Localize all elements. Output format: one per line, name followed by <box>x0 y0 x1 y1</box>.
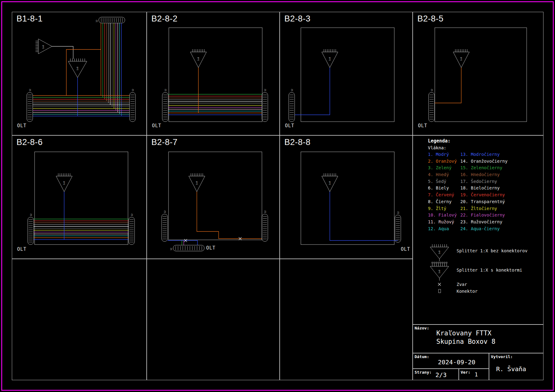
svg-text:12: 12 <box>170 248 173 250</box>
fiber-diagram: 1x812 <box>280 136 412 259</box>
project-title-line1: Kraľovany FTTX <box>436 329 496 338</box>
legend-fiber-item: 3. Zelený <box>428 165 452 170</box>
svg-text:12: 12 <box>131 214 133 216</box>
legend-fiber-item: 21. Žltočierny <box>460 206 497 211</box>
titleblock-strany-cell: Strany: 2/3 <box>413 369 459 380</box>
svg-text:1x8: 1x8 <box>76 67 79 70</box>
svg-text:1x8: 1x8 <box>197 57 200 61</box>
svg-text:1x8: 1x8 <box>329 181 331 185</box>
legend-panel: 1x81x8 Legenda: Vlákna: 1. Modrý13. Modr… <box>413 135 543 324</box>
panel-title: B2-8-2 <box>151 14 178 24</box>
panel-b2-8-3: 1x812 B2-8-3 OLT <box>280 12 413 135</box>
panel-b2-8-5: 1x812 B2-8-5 OLT <box>413 12 543 135</box>
panel-title: B1-8-1 <box>17 14 43 24</box>
legend-fiber-item: 16. Hnedočierny <box>460 172 500 177</box>
legend-fiber-item: 9. Žltý <box>428 206 446 211</box>
legend-fiber-item: 17. Šedočierny <box>460 179 497 184</box>
vytvoril-label: Vytvoril: <box>491 354 513 359</box>
legend-fiber-item: 10. Fialový <box>428 212 457 217</box>
empty-panel-3 <box>280 259 413 380</box>
legend-fiber-item: 12. Aqua <box>428 226 449 231</box>
legend-fiber-row: 8. Čierny20. Transparentný <box>428 199 540 206</box>
legend-fiber-item: 11. Ružový <box>428 219 454 224</box>
svg-text:12: 12 <box>29 89 31 91</box>
svg-text:12: 12 <box>291 89 293 91</box>
strany-label: Strany: <box>415 370 432 375</box>
olt-label: OLT <box>285 123 294 128</box>
project-title: Kraľovany FTTX Skupina Boxov 8 <box>436 329 496 346</box>
panel-title: B2-8-7 <box>151 138 178 147</box>
svg-text:1x8: 1x8 <box>438 270 441 273</box>
fiber-diagram: 1x812 <box>413 12 543 135</box>
svg-text:12: 12 <box>132 89 134 91</box>
olt-label: OLT <box>401 246 410 252</box>
legend-fiber-item: 20. Transparentný <box>460 199 505 204</box>
svg-text:12: 12 <box>264 211 267 213</box>
vytvoril-value: R. Švaňa <box>496 365 526 373</box>
legend-fiber-item: 14. Oranžovočierny <box>460 159 508 164</box>
fiber-diagram: 121x81x81212 <box>12 12 146 135</box>
legend-fiber-item: 13. Modročierny <box>460 152 500 157</box>
svg-text:1x8: 1x8 <box>438 250 441 254</box>
svg-text:12: 12 <box>264 89 267 91</box>
ver-value: 1 <box>475 371 478 378</box>
legend-fiber-item: 6. Biely <box>428 185 449 190</box>
panel-b2-8-6: 1x81212 B2-8-6 OLT <box>12 135 147 259</box>
legend-fiber-item: 22. Fialovočierny <box>460 212 505 217</box>
svg-text:12: 12 <box>164 211 166 213</box>
svg-text:1x8: 1x8 <box>460 57 463 61</box>
svg-text:1x8: 1x8 <box>329 57 331 61</box>
legend-fiber-item: 7. Červený <box>428 192 454 197</box>
empty-panel-1 <box>12 259 147 380</box>
legend-fiber-item: 19. Červenočierny <box>460 192 505 197</box>
fiber-diagram: 1x812 <box>280 12 412 135</box>
svg-text:12: 12 <box>431 89 433 91</box>
legend-fiber-row: 1. Modrý13. Modročierny <box>428 152 540 159</box>
datum-label: Dátum: <box>415 354 429 359</box>
svg-text:12: 12 <box>397 212 400 214</box>
fiber-diagram: 1x81212 <box>147 12 279 135</box>
legend-fiber-row: 11. Ružový23. Ružovočierny <box>428 219 540 226</box>
legend-fiber-item: 23. Ružovočierny <box>460 219 502 224</box>
legend-fiber-item: 4. Hnedý <box>428 172 449 177</box>
svg-text:12: 12 <box>164 89 167 91</box>
olt-label: OLT <box>152 123 161 128</box>
svg-text:1x8: 1x8 <box>63 181 65 185</box>
legend-fiber-item: 8. Čierny <box>428 199 452 204</box>
fiber-diagram: 1x81212 <box>12 136 146 259</box>
legend-fiber-row: 6. Biely18. Bieločierny <box>428 185 540 192</box>
legend-title: Legenda: <box>428 138 450 144</box>
panel-title: B2-8-8 <box>284 138 311 147</box>
svg-text:12: 12 <box>96 20 98 22</box>
legend-fiber-row: 3. Zelený15. Zelenočierny <box>428 165 540 172</box>
panel-title: B2-8-5 <box>417 14 444 24</box>
legend-fiber-list: 1. Modrý13. Modročierny2. Oranžový14. Or… <box>428 152 540 233</box>
nazov-label: Názov: <box>415 326 429 330</box>
legend-splitter-conn-label: Splitter 1:X s konektormi <box>457 268 522 273</box>
panel-b2-8-2: 1x81212 B2-8-2 OLT <box>147 12 280 135</box>
legend-fiber-row: 2. Oranžový14. Oranžovočierny <box>428 159 540 166</box>
legend-fiber-item: 15. Zelenočierny <box>460 165 502 170</box>
project-title-line2: Skupina Boxov 8 <box>436 338 496 346</box>
legend-konektor-label: Konektor <box>457 289 477 294</box>
drawing-sheet: 121x81x81212 B1-8-1 OLT 1x81212 B2-8-2 O… <box>0 0 555 392</box>
svg-text:12: 12 <box>30 214 32 216</box>
panel-b2-8-7: 1x8121212 B2-8-7 OLT <box>147 135 280 259</box>
svg-text:1x8: 1x8 <box>196 181 198 185</box>
legend-subtitle: Vlákna: <box>428 145 446 150</box>
legend-fiber-item: 24. Aqua-čierny <box>460 226 500 231</box>
ver-label: Ver: <box>461 370 470 375</box>
panel-b2-8-8: 1x812 B2-8-8 OLT <box>280 135 413 259</box>
legend-fiber-row: 12. Aqua24. Aqua-čierny <box>428 226 540 233</box>
titleblock-datum-cell: Dátum: 2024-09-20 <box>413 353 489 369</box>
empty-panel-2 <box>147 259 280 380</box>
legend-fiber-item: 2. Oranžový <box>428 159 457 164</box>
olt-label: OLT <box>17 123 26 128</box>
olt-label: OLT <box>206 245 216 251</box>
legend-fiber-item: 1. Modrý <box>428 152 449 157</box>
legend-fiber-row: 5. Šedý17. Šedočierny <box>428 179 540 186</box>
legend-fiber-row: 7. Červený19. Červenočierny <box>428 192 540 199</box>
titleblock-ver-cell: Ver: 1 <box>459 369 489 380</box>
panel-title: B2-8-6 <box>17 138 43 147</box>
datum-value: 2024-09-20 <box>438 358 475 366</box>
